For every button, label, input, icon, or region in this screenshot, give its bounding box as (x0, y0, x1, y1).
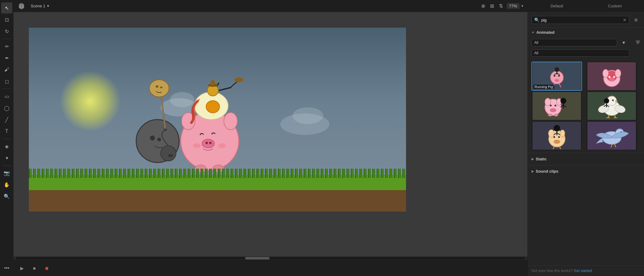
static-chevron-icon: ▶ (531, 157, 534, 161)
section-animated-header[interactable]: ▼ Animated (528, 28, 644, 37)
icon-resize[interactable]: ⇅ (498, 2, 504, 10)
grass-tufts (29, 169, 406, 178)
toolbar-separator-4 (2, 165, 11, 166)
svg-point-5 (169, 155, 170, 156)
filter-icon[interactable] (635, 40, 640, 45)
tool-text[interactable]: T (1, 126, 12, 137)
canvas-bottom-toolbar: ▶ ■ ⏺ (13, 260, 527, 276)
svg-point-9 (202, 139, 214, 148)
canvas-scrollbar (13, 256, 527, 260)
svg-point-15 (224, 113, 237, 130)
thumbnail-pig-2[interactable] (586, 62, 637, 91)
tool-ellipse[interactable]: ◯ (1, 102, 12, 113)
thumbnail-grid: Running Pig (528, 59, 644, 153)
static-section-header[interactable]: ▶ Static (528, 153, 644, 165)
tool-paint-bucket[interactable]: ◈ (1, 141, 12, 152)
svg-point-60 (548, 113, 552, 117)
filter-select-1[interactable]: All Animals Characters Objects (531, 39, 617, 46)
zoom-value[interactable]: 77% (507, 3, 519, 9)
svg-point-4 (168, 154, 173, 157)
get-started-link[interactable]: Get started (574, 269, 592, 273)
thumbnail-chicken[interactable] (586, 91, 637, 121)
search-clear-button[interactable]: ✕ (623, 17, 627, 22)
tool-more[interactable]: ••• (1, 263, 12, 274)
scene-selector[interactable]: Scene 1 ▼ (28, 2, 52, 10)
tool-transform[interactable]: ⊡ (1, 14, 12, 25)
svg-rect-27 (211, 80, 215, 86)
tool-line[interactable]: ╱ (1, 114, 12, 125)
animated-chevron-icon: ▼ (531, 31, 535, 34)
svg-point-3 (161, 146, 176, 161)
tab-default[interactable]: Default (528, 0, 586, 12)
search-input[interactable] (541, 18, 621, 22)
zoom-dropdown-icon[interactable]: ▼ (521, 4, 524, 8)
play-button[interactable]: ▶ (17, 263, 27, 273)
svg-point-56 (550, 105, 552, 106)
tool-eyedropper[interactable]: ✦ (1, 152, 12, 163)
canvas-area[interactable] (13, 12, 527, 260)
svg-point-78 (604, 98, 609, 103)
svg-point-70 (612, 99, 614, 101)
dark-round-character (136, 120, 179, 163)
toolbar-separator-3 (2, 139, 11, 139)
svg-point-33 (160, 86, 163, 88)
filter-funnel-icon[interactable]: ▼ (619, 38, 628, 47)
scene-name: Scene 1 (31, 4, 45, 8)
scene-dropdown-icon: ▼ (47, 4, 50, 8)
sound-clips-section: ▶ Sound clips (528, 165, 644, 177)
thumb-4-image (587, 92, 636, 120)
tool-pencil[interactable]: ✏ (1, 41, 12, 52)
svg-point-86 (558, 136, 560, 138)
svg-point-1 (150, 136, 155, 140)
svg-point-57 (554, 105, 556, 106)
filter-row-2: All Loop One-shot (528, 48, 644, 58)
svg-point-85 (553, 136, 555, 138)
svg-point-49 (608, 76, 610, 78)
tool-rect[interactable]: ▭ (1, 91, 12, 102)
thumb-3-image (532, 92, 581, 120)
thumbnail-pig-rider[interactable] (531, 121, 582, 150)
stop-button[interactable]: ■ (29, 263, 39, 273)
thumb-1-label: Running Pig (533, 85, 554, 89)
right-panel: Default Custom 🔍 ✕ ≡ ▼ Animated All Anim… (527, 0, 644, 276)
thumbnail-dove[interactable] (586, 121, 637, 150)
svg-point-22 (206, 101, 220, 113)
sound-clips-section-header[interactable]: ▶ Sound clips (528, 165, 644, 177)
svg-point-59 (557, 98, 561, 105)
svg-point-62 (560, 98, 566, 104)
svg-point-31 (149, 80, 169, 97)
svg-point-61 (554, 113, 558, 117)
icon-add-node[interactable]: ⊕ (480, 2, 486, 10)
record-button[interactable]: ⏺ (42, 263, 52, 273)
svg-point-71 (613, 100, 613, 100)
tool-select[interactable]: ↖ (1, 2, 12, 13)
zoom-control: 77% ▼ (507, 3, 524, 9)
search-input-wrap: 🔍 ✕ (531, 16, 629, 24)
tool-pen[interactable]: ✒ (1, 52, 12, 63)
tool-eraser[interactable]: ◻ (1, 76, 12, 87)
tool-camera[interactable]: 📷 (1, 167, 12, 178)
tool-rotate[interactable]: ↻ (1, 26, 12, 37)
svg-point-37 (554, 75, 555, 77)
tool-brush[interactable]: 🖌 (1, 64, 12, 75)
animated-section-label: Animated (536, 30, 554, 35)
filter-select-2[interactable]: All Loop One-shot (531, 49, 629, 57)
thumbnail-pig-3[interactable] (531, 91, 582, 121)
svg-point-29 (235, 77, 243, 82)
tab-custom[interactable]: Custom (586, 0, 644, 12)
thumbnail-running-pig[interactable]: Running Pig (531, 62, 582, 91)
svg-point-48 (609, 77, 615, 81)
tool-zoom[interactable]: 🔍 (1, 191, 12, 202)
svg-point-13 (218, 143, 226, 148)
thumb-2-image (587, 62, 636, 90)
canvas-scrollbar-track[interactable] (16, 257, 525, 259)
sound-clips-section-label: Sound clips (536, 169, 558, 174)
icon-grid[interactable]: ⊞ (489, 2, 495, 10)
svg-point-12 (193, 143, 201, 148)
top-bar-icons: ⊕ ⊞ ⇅ (480, 2, 504, 10)
tool-hand[interactable]: ✋ (1, 179, 12, 190)
panel-bottom-hint: Not sure how this works? Get started (528, 265, 644, 276)
thumb-6-image (587, 122, 636, 150)
canvas-scrollbar-thumb[interactable] (245, 257, 270, 259)
filter-list-icon[interactable]: ≡ (632, 16, 640, 24)
